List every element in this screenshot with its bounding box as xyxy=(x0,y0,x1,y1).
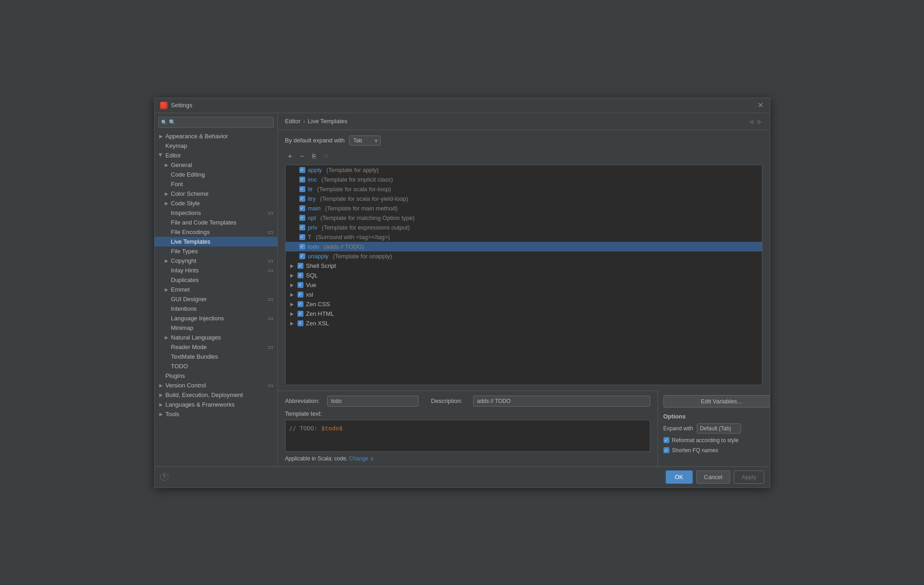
nav-forward-button[interactable]: ▶ xyxy=(757,118,762,125)
ok-button[interactable]: OK xyxy=(666,470,693,484)
sidebar-item-inspections[interactable]: Inspections ▭ xyxy=(155,208,277,218)
template-checkbox-itry[interactable] xyxy=(299,196,305,202)
group-checkbox-xsl[interactable] xyxy=(298,292,303,298)
group-checkbox-zen-css[interactable] xyxy=(298,301,303,307)
sidebar-item-live-templates[interactable]: Live Templates xyxy=(155,237,277,246)
add-template-button[interactable]: + xyxy=(285,151,295,161)
template-checkbox-todo[interactable] xyxy=(299,244,305,250)
sidebar-item-emmet[interactable]: ▶ Emmet xyxy=(155,285,277,294)
group-name: Zen XSL xyxy=(306,320,329,327)
expand-default-select[interactable]: Tab Enter Space xyxy=(349,136,381,146)
template-checkbox-itr[interactable] xyxy=(299,186,305,192)
template-checkbox-imc[interactable] xyxy=(299,177,305,183)
group-checkbox-sql[interactable] xyxy=(298,272,303,278)
shorten-fq-checkbox[interactable] xyxy=(663,447,669,453)
sidebar-item-language-injections[interactable]: Language Injections ▭ xyxy=(155,313,277,323)
sidebar-item-editor[interactable]: ▶ Editor xyxy=(155,151,277,160)
template-group-zen-html[interactable]: ▶ Zen HTML xyxy=(286,309,762,319)
template-row-todo[interactable]: todo (adds // TODO) xyxy=(286,242,762,251)
template-group-vue[interactable]: ▶ Vue xyxy=(286,280,762,290)
sidebar-item-label: Emmet xyxy=(171,286,190,293)
templates-list: apply (Template for apply) imc (Template… xyxy=(285,165,762,385)
template-text-content[interactable]: // TODO: $todo$ xyxy=(285,420,650,452)
sidebar-item-copyright[interactable]: ▶ Copyright ▭ xyxy=(155,256,277,266)
template-row-priv[interactable]: priv (Template for expressions output) xyxy=(286,223,762,232)
group-name: xsl xyxy=(306,291,313,298)
help-icon[interactable]: ? xyxy=(160,473,168,481)
template-checkbox-apply[interactable] xyxy=(299,167,305,173)
sidebar-item-duplicates[interactable]: Duplicates xyxy=(155,275,277,285)
options-label: Options xyxy=(663,413,770,420)
reset-template-button[interactable]: ↺ xyxy=(321,151,331,161)
chevron-right-icon: ▶ xyxy=(289,272,295,278)
sidebar-item-plugins[interactable]: Plugins xyxy=(155,371,277,381)
group-checkbox-zen-xsl[interactable] xyxy=(298,320,303,326)
template-row-apply[interactable]: apply (Template for apply) xyxy=(286,165,762,175)
search-input[interactable] xyxy=(158,117,274,128)
template-checkbox-unapply[interactable] xyxy=(299,253,305,259)
template-group-xsl[interactable]: ▶ xsl xyxy=(286,290,762,299)
expand-with-select[interactable]: Default (Tab) Tab Enter Space xyxy=(697,423,741,434)
sidebar-item-general[interactable]: ▶ General xyxy=(155,160,277,170)
sidebar-item-label: Code Editing xyxy=(171,171,205,178)
cancel-button[interactable]: Cancel xyxy=(696,470,730,484)
close-button[interactable]: ✕ xyxy=(757,102,764,109)
sidebar-item-build-execution[interactable]: ▶ Build, Execution, Deployment xyxy=(155,390,277,400)
sidebar-item-intentions[interactable]: Intentions xyxy=(155,304,277,313)
sidebar-item-code-style[interactable]: ▶ Code Style xyxy=(155,198,277,208)
edit-variables-button[interactable]: Edit Variables... xyxy=(663,395,770,407)
nav-back-button[interactable]: ◀ xyxy=(749,118,754,125)
group-checkbox-zen-html[interactable] xyxy=(298,311,303,317)
reformat-checkbox[interactable] xyxy=(663,437,669,443)
chevron-right-icon: ▶ xyxy=(289,263,295,268)
template-checkbox-priv[interactable] xyxy=(299,225,305,230)
remove-template-button[interactable]: − xyxy=(297,151,307,161)
abbreviation-input[interactable] xyxy=(327,396,418,407)
sidebar-item-file-types[interactable]: File Types xyxy=(155,246,277,256)
sidebar-item-minimap[interactable]: Minimap xyxy=(155,323,277,333)
template-group-zen-css[interactable]: ▶ Zen CSS xyxy=(286,299,762,309)
group-checkbox-vue[interactable] xyxy=(298,282,303,288)
template-row-unapply[interactable]: unapply (Template for unapply) xyxy=(286,251,762,261)
sidebar-item-inlay-hints[interactable]: Inlay Hints ▭ xyxy=(155,266,277,275)
sidebar-item-file-code-templates[interactable]: File and Code Templates xyxy=(155,218,277,227)
applicable-text: Applicable in Scala: code. xyxy=(285,455,348,462)
description-input[interactable] xyxy=(473,396,650,407)
sidebar-item-tools[interactable]: ▶ Tools xyxy=(155,409,277,419)
template-row-itry[interactable]: itry (Template for scala for-yield-loop) xyxy=(286,194,762,204)
sidebar-item-reader-mode[interactable]: Reader Mode ▭ xyxy=(155,342,277,352)
template-checkbox-opt[interactable] xyxy=(299,215,305,221)
template-group-zen-xsl[interactable]: ▶ Zen XSL xyxy=(286,319,762,328)
template-row-main[interactable]: main (Template for main method) xyxy=(286,204,762,213)
template-row-imc[interactable]: imc (Template for implicit class) xyxy=(286,175,762,184)
sidebar-item-color-scheme[interactable]: ▶ Color Scheme xyxy=(155,189,277,198)
sidebar-item-todo[interactable]: TODO xyxy=(155,361,277,371)
sidebar-item-label: Tools xyxy=(166,411,179,418)
breadcrumb-current: Live Templates xyxy=(308,118,347,125)
sidebar-item-keymap[interactable]: Keymap xyxy=(155,141,277,151)
apply-button[interactable]: Apply xyxy=(734,470,764,484)
template-checkbox-T[interactable] xyxy=(299,234,305,240)
template-group-sql[interactable]: ▶ SQL xyxy=(286,271,762,280)
template-group-shell-script[interactable]: ▶ Shell Script xyxy=(286,261,762,271)
template-row-itr[interactable]: itr (Template for scala for-loop) xyxy=(286,184,762,194)
template-row-opt[interactable]: opt (Template for matching Option type) xyxy=(286,213,762,223)
group-checkbox-shell-script[interactable] xyxy=(298,263,303,269)
sidebar-item-file-encodings[interactable]: File Encodings ▭ xyxy=(155,227,277,237)
sidebar-item-appearance[interactable]: ▶ Appearance & Behavior xyxy=(155,131,277,141)
sidebar-item-textmate-bundles[interactable]: TextMate Bundles xyxy=(155,352,277,361)
sidebar-item-natural-languages[interactable]: ▶ Natural Languages xyxy=(155,333,277,342)
sidebar-item-version-control[interactable]: ▶ Version Control ▭ xyxy=(155,381,277,390)
sidebar-item-label: Live Templates xyxy=(171,238,210,245)
sidebar-item-code-editing[interactable]: Code Editing xyxy=(155,170,277,179)
copy-template-button[interactable]: ⎘ xyxy=(309,151,319,161)
applicable-change-link[interactable]: Change ∨ xyxy=(349,455,374,462)
sidebar-item-gui-designer[interactable]: GUI Designer ▭ xyxy=(155,294,277,304)
code-variable: $todo$ xyxy=(321,425,343,432)
template-checkbox-main[interactable] xyxy=(299,205,305,211)
template-row-T[interactable]: T (Surround with <tag></tag>) xyxy=(286,232,762,242)
main-content: Editor › Live Templates ◀ ▶ By default e… xyxy=(278,113,770,466)
sidebar-item-languages-frameworks[interactable]: ▶ Languages & Frameworks xyxy=(155,400,277,409)
expand-with-options-row: Expand with Default (Tab) Tab Enter Spac… xyxy=(663,423,770,434)
sidebar-item-font[interactable]: Font xyxy=(155,179,277,189)
